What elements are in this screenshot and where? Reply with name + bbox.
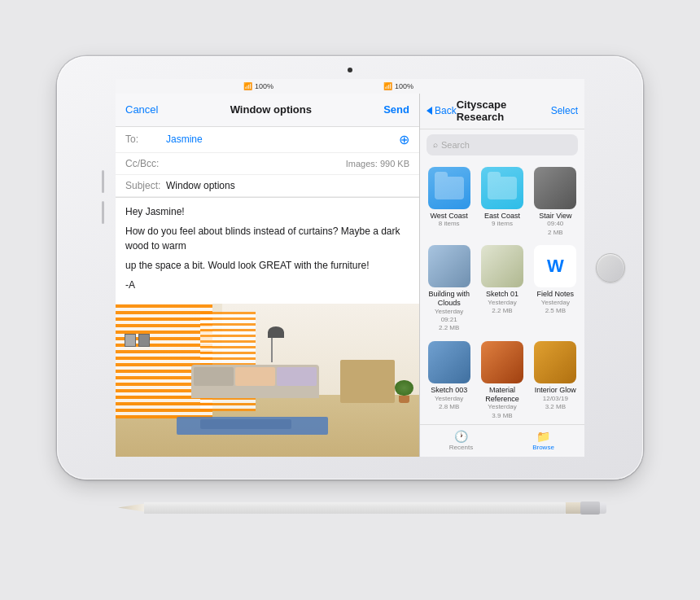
thumb-sketch01 xyxy=(481,245,523,287)
file-item-stair-view[interactable]: Stair View 09:402 MB xyxy=(530,164,581,241)
file-name-east: East Coast xyxy=(484,212,520,221)
file-meta-stair: 09:402 MB xyxy=(547,220,563,237)
file-name-material: Material Reference xyxy=(478,386,526,404)
thumb-sketch003 xyxy=(428,341,470,383)
mail-greeting: Hey Jasmine! xyxy=(125,204,409,219)
file-meta-east: 9 items xyxy=(492,220,513,228)
volume-down-button[interactable] xyxy=(102,201,104,224)
browse-icon: 📁 xyxy=(536,430,550,443)
mail-panel: 9:41 Mon 18 Mar 📶 100% Cancel Window opt… xyxy=(116,79,420,457)
back-label: Back xyxy=(435,105,457,116)
file-name-stair: Stair View xyxy=(539,212,571,221)
recents-icon: 🕐 xyxy=(454,430,468,443)
artwork xyxy=(125,334,150,347)
file-name-west: West Coast xyxy=(430,212,467,221)
file-meta-interior: 12/03/193.2 MB xyxy=(543,395,568,412)
files-status-bar: 📶 100% xyxy=(116,79,280,94)
status-right: 📶 100% xyxy=(383,82,413,90)
pencil-band xyxy=(566,502,580,514)
thumb-building xyxy=(428,245,470,287)
file-item-interior[interactable]: Interior Glow 12/03/193.2 MB xyxy=(530,338,581,423)
file-item-sketch01[interactable]: Sketch 01 Yesterday2.2 MB xyxy=(476,242,527,336)
files-search-bar[interactable]: ⌕ Search xyxy=(427,134,578,155)
subject-label: Subject: xyxy=(125,180,166,191)
mail-fields: To: Jasmine ⊕ Cc/Bcc: Images: 990 KB Sub… xyxy=(116,127,419,198)
file-name-building: Building with Clouds xyxy=(425,290,473,308)
files-title: Cityscape Research xyxy=(457,99,551,123)
mail-subject-title: Window options xyxy=(230,103,312,116)
pendant-lamp xyxy=(268,326,277,362)
pencil-body-container xyxy=(118,496,606,520)
file-item-material[interactable]: Material Reference Yesterday3.9 MB xyxy=(476,338,527,423)
recents-label: Recents xyxy=(449,444,473,451)
file-item-field-notes[interactable]: W Field Notes Yesterday2.5 MB xyxy=(530,242,581,336)
file-meta-sketch01: Yesterday2.2 MB xyxy=(488,299,516,316)
back-button[interactable]: Back xyxy=(427,105,457,116)
send-button[interactable]: Send xyxy=(383,103,409,116)
folder-thumb-east xyxy=(481,167,523,209)
cc-label: Cc/Bcc: xyxy=(125,158,166,169)
search-icon: ⌕ xyxy=(433,140,438,149)
add-recipient-button[interactable]: ⊕ xyxy=(399,132,409,147)
browse-label: Browse xyxy=(532,444,554,451)
select-button[interactable]: Select xyxy=(551,105,578,116)
mail-toolbar: Cancel Window options Send xyxy=(116,94,419,127)
file-name-interior: Interior Glow xyxy=(535,386,576,395)
file-item-sketch003[interactable]: Sketch 003 Yesterday2.8 MB xyxy=(423,338,475,423)
ipad-screen: 9:41 Mon 18 Mar 📶 100% Cancel Window opt… xyxy=(116,79,584,457)
mail-room-image xyxy=(116,304,419,457)
file-item-building[interactable]: Building with Clouds Yesterday09:212.2 M… xyxy=(423,242,475,336)
files-nav-bar: Back Cityscape Research Select xyxy=(420,94,584,129)
file-meta-field: Yesterday2.5 MB xyxy=(541,299,570,316)
file-meta-sketch003: Yesterday2.8 MB xyxy=(435,395,463,412)
mail-body-line2: up the space a bit. Would look GREAT wit… xyxy=(125,258,409,273)
sofa xyxy=(191,365,319,398)
ipad-body: 9:41 Mon 18 Mar 📶 100% Cancel Window opt… xyxy=(57,56,643,480)
thumb-field-notes: W xyxy=(534,245,576,287)
volume-up-button[interactable] xyxy=(102,170,104,193)
thumb-interior xyxy=(534,341,576,383)
file-name-sketch003: Sketch 003 xyxy=(431,386,467,395)
apple-pencil xyxy=(118,496,606,520)
pencil-tip xyxy=(118,504,144,512)
file-meta-building: Yesterday09:212.2 MB xyxy=(435,308,463,333)
back-arrow-icon xyxy=(427,107,432,115)
file-name-field: Field Notes xyxy=(537,290,575,299)
files-grid: West Coast 8 items East Coast 9 items St… xyxy=(420,160,584,424)
mail-body[interactable]: Hey Jasmine! How do you feel about blind… xyxy=(116,198,419,304)
thumb-stair-view xyxy=(534,167,576,209)
wifi-icon: 📶 xyxy=(383,82,392,90)
tab-recents[interactable]: 🕐 Recents xyxy=(420,425,502,457)
file-meta-material: Yesterday3.9 MB xyxy=(488,403,516,420)
files-panel: 📶 100% Back Cityscape Research Select ⌕ … xyxy=(420,79,584,457)
to-label: To: xyxy=(125,134,166,145)
wifi-icon-files: 📶 xyxy=(243,82,252,90)
mail-subject-row: Subject: Window options xyxy=(116,175,419,197)
plant xyxy=(395,380,413,403)
home-button[interactable] xyxy=(596,253,625,282)
battery-level: 100% xyxy=(395,82,413,90)
mail-body-line1: How do you feel about blinds instead of … xyxy=(125,224,409,253)
files-status-right: 📶 100% xyxy=(243,82,273,90)
ipad-wrapper: 9:41 Mon 18 Mar 📶 100% Cancel Window opt… xyxy=(57,56,643,480)
to-value[interactable]: Jasmine xyxy=(166,134,399,145)
file-meta-west: 8 items xyxy=(439,220,460,228)
mail-to-row: To: Jasmine ⊕ xyxy=(116,127,419,153)
file-name-sketch01: Sketch 01 xyxy=(486,290,518,299)
tab-browse[interactable]: 📁 Browse xyxy=(502,425,584,457)
subject-value[interactable]: Window options xyxy=(166,180,409,191)
folder-thumb-west xyxy=(428,167,470,209)
pencil-metal-connector xyxy=(580,501,600,515)
camera-dot xyxy=(348,68,352,72)
images-meta: Images: 990 KB xyxy=(346,159,409,169)
window-blinds-left xyxy=(116,304,212,418)
search-placeholder-text: Search xyxy=(441,140,470,150)
file-item-west-coast[interactable]: West Coast 8 items xyxy=(423,164,475,241)
files-bottom-bar: 🕐 Recents 📁 Browse xyxy=(420,424,584,457)
file-item-east-coast[interactable]: East Coast 9 items xyxy=(476,164,527,241)
mail-cc-row: Cc/Bcc: Images: 990 KB xyxy=(116,153,419,175)
cancel-button[interactable]: Cancel xyxy=(125,103,158,116)
rug xyxy=(177,417,329,436)
battery-files: 100% xyxy=(255,82,273,90)
pencil-end-cap xyxy=(600,502,606,514)
